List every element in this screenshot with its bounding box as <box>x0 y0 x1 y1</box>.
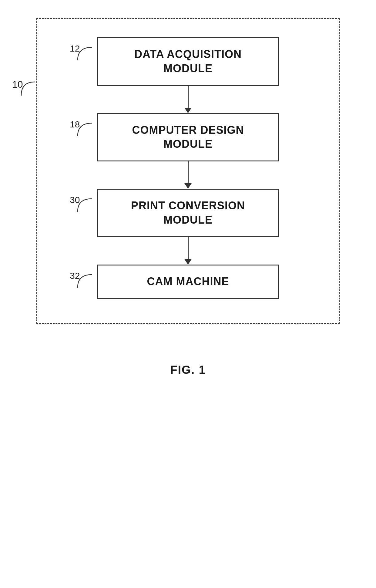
module-label-cam-machine: CAM MACHINE <box>147 275 229 289</box>
arrow-line-3 <box>188 237 189 259</box>
arrow-line-1 <box>188 86 189 108</box>
module-box-computer-design: COMPUTER DESIGN MODULE <box>97 113 279 162</box>
module-box-cam-machine: CAM MACHINE <box>97 265 279 299</box>
arrow-connector-2 <box>97 161 279 189</box>
module-wrapper-print-conversion: 30 PRINT CONVERSION MODULE <box>97 189 279 237</box>
bracket-curve-32 <box>75 273 95 290</box>
module-label-print-conversion: PRINT CONVERSION MODULE <box>131 199 245 227</box>
module-wrapper-data-acquisition: 12 DATA ACQUISITION MODULE <box>97 37 279 86</box>
module-label-computer-design: COMPUTER DESIGN MODULE <box>132 123 244 152</box>
module-wrapper-cam-machine: 32 CAM MACHINE <box>97 265 279 299</box>
bracket-curve-30 <box>75 197 95 214</box>
module-label-data-acquisition: DATA ACQUISITION MODULE <box>134 47 242 76</box>
bracket-curve-18 <box>75 122 95 138</box>
outer-box: 12 DATA ACQUISITION MODULE 18 <box>36 18 340 324</box>
module-wrapper-computer-design: 18 COMPUTER DESIGN MODULE <box>97 113 279 162</box>
arrow-head-1 <box>184 108 192 113</box>
arrow-head-3 <box>184 259 192 265</box>
arrow-head-2 <box>184 183 192 189</box>
module-box-print-conversion: PRINT CONVERSION MODULE <box>97 189 279 237</box>
diagram-container: 10 12 DATA ACQUISITION MODULE <box>21 18 355 377</box>
arrow-connector-1 <box>97 86 279 113</box>
module-box-data-acquisition: DATA ACQUISITION MODULE <box>97 37 279 86</box>
figure-caption: FIG. 1 <box>170 363 206 377</box>
bracket-curve-12 <box>75 46 95 63</box>
arrow-line-2 <box>188 161 189 183</box>
arrow-connector-3 <box>97 237 279 265</box>
